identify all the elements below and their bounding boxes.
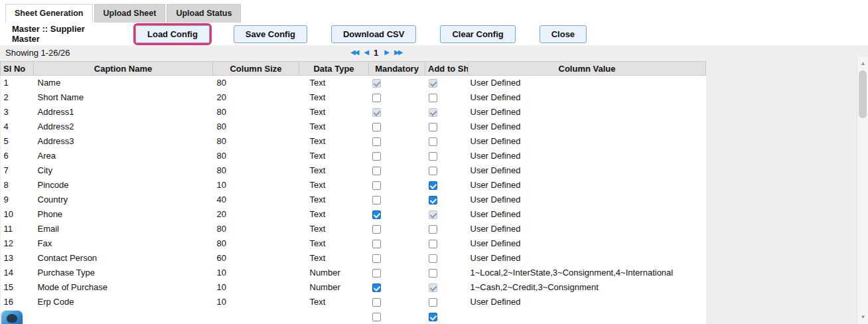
add-to-sheet-checkbox[interactable] xyxy=(429,167,437,175)
first-page-button[interactable]: ◀◀ xyxy=(350,46,358,58)
table-row: 10Phone20TextUser Defined xyxy=(1,207,706,222)
toolbar-buttons: Load ConfigSave ConfigDownload CSVClear … xyxy=(111,25,587,43)
add-to-sheet-checkbox[interactable] xyxy=(429,298,437,307)
add-to-sheet-cell xyxy=(425,178,469,193)
tab-upload-sheet[interactable]: Upload Sheet xyxy=(94,4,166,23)
mandatory-checkbox[interactable] xyxy=(372,313,381,321)
mandatory-checkbox[interactable] xyxy=(372,167,381,175)
column-header-mandatory: Mandatory xyxy=(369,62,425,76)
data-type-cell: Text xyxy=(299,76,369,90)
table-header-row: Sl NoCaption NameColumn SizeData TypeMan… xyxy=(1,62,706,76)
mandatory-cell xyxy=(369,193,425,207)
table-row: 4Address280TextUser Defined xyxy=(1,120,706,134)
table-row: 9Country40TextUser Defined xyxy=(1,193,706,207)
mandatory-checkbox[interactable] xyxy=(372,94,381,102)
caption-name-cell: Fax xyxy=(34,236,213,251)
add-to-sheet-cell xyxy=(425,193,469,207)
column-value-cell: User Defined xyxy=(469,178,706,193)
clear-config-button[interactable]: Clear Config xyxy=(440,25,515,43)
add-to-sheet-checkbox xyxy=(429,79,437,88)
table-row: 11Email80TextUser Defined xyxy=(1,222,706,236)
add-to-sheet-checkbox[interactable] xyxy=(429,196,437,204)
add-to-sheet-checkbox[interactable] xyxy=(429,269,437,278)
close-button[interactable]: Close xyxy=(540,25,587,43)
add-to-sheet-cell xyxy=(425,163,469,178)
mandatory-checkbox[interactable] xyxy=(372,137,381,146)
table-row: 1Name80TextUser Defined xyxy=(1,76,706,90)
scroll-up-icon[interactable]: ▲ xyxy=(857,58,868,69)
mandatory-checkbox[interactable] xyxy=(372,123,381,131)
scroll-down-icon[interactable]: ▼ xyxy=(857,312,868,323)
add-to-sheet-checkbox[interactable] xyxy=(429,313,437,321)
tab-sheet-generation[interactable]: Sheet Generation xyxy=(5,4,93,23)
add-to-sheet-cell xyxy=(425,309,469,324)
table-row: 5Address380TextUser Defined xyxy=(1,134,706,149)
mandatory-checkbox[interactable] xyxy=(372,298,381,307)
mandatory-checkbox[interactable] xyxy=(372,240,381,248)
add-to-sheet-checkbox[interactable] xyxy=(429,225,437,234)
page-number-label: 1 xyxy=(374,48,378,58)
tab-bar: Sheet GenerationUpload SheetUpload Statu… xyxy=(0,0,868,23)
download-csv-button[interactable]: Download CSV xyxy=(331,25,416,43)
mandatory-cell xyxy=(369,280,425,295)
vertical-scrollbar[interactable]: ▲ ▼ xyxy=(857,57,868,324)
sl-no-cell: 11 xyxy=(1,222,34,236)
mandatory-checkbox[interactable] xyxy=(372,196,381,204)
table-body: 1Name80TextUser Defined2Short Name20Text… xyxy=(1,76,706,324)
table-row: 16Erp Code10TextUser Defined xyxy=(1,295,706,309)
add-to-sheet-cell xyxy=(425,120,469,134)
caption-name-cell: Address2 xyxy=(34,120,213,134)
last-page-button[interactable]: ▶▶ xyxy=(394,46,401,58)
next-page-button[interactable]: ▶ xyxy=(384,46,388,58)
column-value-cell: User Defined xyxy=(469,90,706,105)
add-to-sheet-checkbox[interactable] xyxy=(429,123,437,131)
column-size-cell: 10 xyxy=(213,178,299,193)
add-to-sheet-checkbox[interactable] xyxy=(429,152,437,161)
overlay-app-icon xyxy=(1,311,23,324)
sl-no-cell: 5 xyxy=(1,134,34,149)
sl-no-cell: 7 xyxy=(1,163,34,178)
mandatory-checkbox[interactable] xyxy=(372,284,381,292)
save-config-button[interactable]: Save Config xyxy=(234,25,307,43)
table-row: 12Fax80TextUser Defined xyxy=(1,236,706,251)
add-to-sheet-checkbox[interactable] xyxy=(429,94,437,102)
column-size-cell: 80 xyxy=(213,120,299,134)
add-to-sheet-checkbox[interactable] xyxy=(429,137,437,146)
table-row: 6Area80TextUser Defined xyxy=(1,149,706,163)
mandatory-cell xyxy=(369,178,425,193)
scrollbar-thumb[interactable] xyxy=(859,70,867,118)
mandatory-checkbox xyxy=(372,108,381,117)
column-size-cell: 80 xyxy=(213,134,299,149)
mandatory-checkbox[interactable] xyxy=(372,152,381,161)
sl-no-cell: 14 xyxy=(1,266,34,280)
table-row: 8Pincode10TextUser Defined xyxy=(1,178,706,193)
column-header-sl-no: Sl No xyxy=(1,62,34,76)
add-to-sheet-checkbox[interactable] xyxy=(429,181,437,190)
data-type-cell: Text xyxy=(299,163,369,178)
add-to-sheet-checkbox[interactable] xyxy=(429,240,437,248)
caption-name-cell: Purchase Type xyxy=(34,266,213,280)
master-breadcrumb-label: Master :: Supplier Master xyxy=(12,24,111,44)
add-to-sheet-checkbox xyxy=(429,210,437,219)
column-value-cell: 1~Local,2~InterState,3~Consignment,4~Int… xyxy=(469,266,706,280)
mandatory-cell xyxy=(369,163,425,178)
tab-upload-status[interactable]: Upload Status xyxy=(167,4,241,23)
mandatory-checkbox[interactable] xyxy=(372,210,381,219)
mandatory-checkbox[interactable] xyxy=(372,225,381,234)
mandatory-checkbox[interactable] xyxy=(372,269,381,278)
add-to-sheet-checkbox[interactable] xyxy=(429,254,437,263)
caption-name-cell: Short Name xyxy=(34,90,213,105)
toolbar: Master :: Supplier Master Load ConfigSav… xyxy=(0,23,868,45)
load-config-button[interactable]: Load Config xyxy=(135,25,210,43)
caption-name-cell: Mode of Purchase xyxy=(34,280,213,295)
caption-name-cell: Address3 xyxy=(34,134,213,149)
mandatory-cell xyxy=(369,149,425,163)
mandatory-checkbox[interactable] xyxy=(372,181,381,190)
sl-no-cell: 6 xyxy=(1,149,34,163)
prev-page-button[interactable]: ◀ xyxy=(364,46,368,58)
mandatory-cell xyxy=(369,266,425,280)
table-row: 14Purchase Type10Number1~Local,2~InterSt… xyxy=(1,266,706,280)
mandatory-cell xyxy=(369,90,425,105)
data-type-cell: Text xyxy=(299,193,369,207)
mandatory-checkbox[interactable] xyxy=(372,254,381,263)
